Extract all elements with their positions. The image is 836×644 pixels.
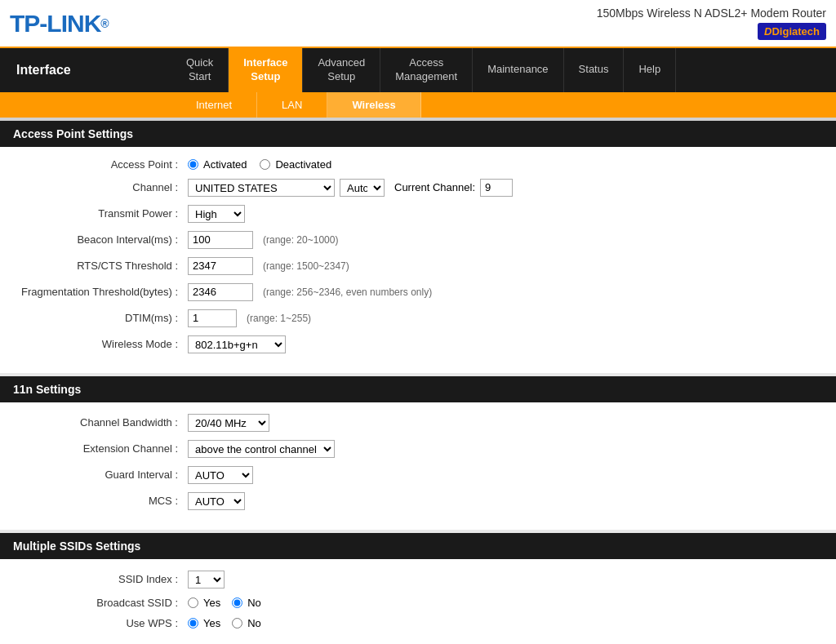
mcs-control: AUTO (188, 492, 245, 510)
frag-control: (range: 256~2346, even numbers only) (188, 283, 432, 301)
guard-interval-row: Guard Interval : AUTO (0, 466, 836, 484)
logo-text: TP-LINK (10, 10, 100, 38)
wireless-mode-row: Wireless Mode : 802.11b+g+n (0, 335, 836, 353)
activated-label[interactable]: Activated (188, 158, 247, 171)
sub-nav-wireless[interactable]: Wireless (327, 92, 420, 118)
beacon-interval-control: (range: 20~1000) (188, 231, 338, 249)
use-wps-row: Use WPS : Yes No (0, 617, 836, 629)
access-point-panel: Access Point : Activated Deactivated Cha… (0, 147, 836, 373)
rts-row: RTS/CTS Threshold : (range: 1500~2347) (0, 257, 836, 275)
mcs-row: MCS : AUTO (0, 492, 836, 510)
use-wps-label: Use WPS : (0, 617, 188, 629)
deactivated-radio[interactable] (260, 159, 270, 170)
sub-nav-internet[interactable]: Internet (171, 92, 257, 118)
broadcast-ssid-no-radio[interactable] (232, 597, 242, 608)
frag-input[interactable] (188, 283, 253, 301)
activated-radio[interactable] (188, 159, 198, 170)
use-wps-no-label[interactable]: No (232, 617, 261, 629)
11n-panel: Channel Bandwidth : 20/40 MHz Extension … (0, 402, 836, 530)
channel-label: Channel : (0, 181, 188, 193)
dtim-row: DTIM(ms) : (range: 1~255) (0, 309, 836, 327)
broadcast-ssid-yes-radio[interactable] (188, 597, 198, 608)
beacon-interval-input[interactable] (188, 231, 253, 249)
extension-channel-control: above the control channel (188, 440, 335, 458)
beacon-interval-label: Beacon Interval(ms) : (0, 233, 188, 246)
access-point-row: Access Point : Activated Deactivated (0, 158, 836, 171)
access-point-header: Access Point Settings (0, 121, 836, 147)
ssid-index-row: SSID Index : 1 (0, 571, 836, 588)
guard-interval-select[interactable]: AUTO (188, 466, 253, 484)
mcs-select[interactable]: AUTO (188, 492, 245, 510)
rts-label: RTS/CTS Threshold : (0, 260, 188, 272)
11n-header: 11n Settings (0, 376, 836, 402)
nav-item-interface-setup[interactable]: Interface Setup (229, 48, 303, 92)
broadcast-ssid-yes-label[interactable]: Yes (188, 597, 220, 609)
header: TP-LINK ® 150Mbps Wireless N ADSL2+ Mode… (0, 0, 836, 48)
multiple-ssids-section: Multiple SSIDs Settings SSID Index : 1 B… (0, 533, 836, 644)
guard-interval-label: Guard Interval : (0, 469, 188, 481)
transmit-power-select[interactable]: High (188, 205, 245, 223)
ssid-index-label: SSID Index : (0, 573, 188, 585)
dtim-hint: (range: 1~255) (247, 313, 311, 324)
use-wps-yes-radio[interactable] (188, 618, 198, 628)
nav-item-status[interactable]: Status (564, 48, 625, 92)
guard-interval-control: AUTO (188, 466, 253, 484)
tp-link-logo: TP-LINK ® (10, 10, 109, 38)
ssid-index-select[interactable]: 1 (188, 571, 225, 588)
digiatech-badge: DDigiatech (758, 23, 826, 40)
nav-interface-label: Interface (0, 48, 171, 92)
deactivated-label[interactable]: Deactivated (260, 158, 331, 171)
wireless-mode-control: 802.11b+g+n (188, 335, 286, 353)
broadcast-ssid-row: Broadcast SSID : Yes No (0, 597, 836, 609)
nav-item-help[interactable]: Help (624, 48, 676, 92)
use-wps-control: Yes No (188, 617, 261, 629)
nav-item-access-management[interactable]: Access Management (380, 48, 473, 92)
sub-nav-lan[interactable]: LAN (257, 92, 327, 118)
broadcast-ssid-label: Broadcast SSID : (0, 597, 188, 609)
current-channel-label: Current Channel: (394, 181, 475, 193)
dtim-control: (range: 1~255) (188, 309, 311, 327)
extension-channel-label: Extension Channel : (0, 442, 188, 455)
access-point-section: Access Point Settings Access Point : Act… (0, 121, 836, 373)
mcs-label: MCS : (0, 495, 188, 507)
wireless-mode-select[interactable]: 802.11b+g+n (188, 335, 286, 353)
channel-auto-select[interactable]: Auto (340, 179, 385, 197)
beacon-interval-hint: (range: 20~1000) (263, 234, 338, 246)
channel-bandwidth-control: 20/40 MHz (188, 414, 269, 432)
nav-item-maintenance[interactable]: Maintenance (473, 48, 563, 92)
channel-select[interactable]: UNITED STATES (188, 179, 335, 197)
logo-reg: ® (100, 17, 109, 30)
transmit-power-control: High (188, 205, 245, 223)
rts-input[interactable] (188, 257, 253, 275)
extension-channel-select[interactable]: above the control channel (188, 440, 335, 458)
channel-control: UNITED STATES Auto Current Channel: (188, 179, 513, 197)
channel-bandwidth-select[interactable]: 20/40 MHz (188, 414, 269, 432)
dtim-label: DTIM(ms) : (0, 312, 188, 324)
broadcast-ssid-no-label[interactable]: No (232, 597, 261, 609)
channel-bandwidth-label: Channel Bandwidth : (0, 416, 188, 429)
nav-item-advanced-setup[interactable]: Advanced Setup (303, 48, 380, 92)
ssid-index-control: 1 (188, 571, 225, 588)
11n-section: 11n Settings Channel Bandwidth : 20/40 M… (0, 376, 836, 530)
main-nav: Interface Quick Start Interface Setup Ad… (0, 48, 836, 92)
sub-nav: Internet LAN Wireless (0, 92, 836, 118)
transmit-power-label: Transmit Power : (0, 207, 188, 220)
use-wps-no-radio[interactable] (232, 618, 242, 628)
nav-items: Quick Start Interface Setup Advanced Set… (171, 48, 836, 92)
access-point-control: Activated Deactivated (188, 158, 331, 171)
multiple-ssids-panel: SSID Index : 1 Broadcast SSID : Yes (0, 559, 836, 644)
transmit-power-row: Transmit Power : High (0, 205, 836, 223)
content-area: Access Point Settings Access Point : Act… (0, 121, 836, 644)
broadcast-ssid-control: Yes No (188, 597, 261, 609)
nav-item-quick-start[interactable]: Quick Start (171, 48, 229, 92)
wireless-mode-label: Wireless Mode : (0, 338, 188, 350)
current-channel-input[interactable] (480, 179, 513, 197)
access-point-label: Access Point : (0, 158, 188, 171)
header-right: 150Mbps Wireless N ADSL2+ Modem Router D… (597, 7, 826, 40)
channel-bandwidth-row: Channel Bandwidth : 20/40 MHz (0, 414, 836, 432)
dtim-input[interactable] (188, 309, 237, 327)
beacon-interval-row: Beacon Interval(ms) : (range: 20~1000) (0, 231, 836, 249)
extension-channel-row: Extension Channel : above the control ch… (0, 440, 836, 458)
rts-hint: (range: 1500~2347) (263, 260, 349, 272)
use-wps-yes-label[interactable]: Yes (188, 617, 220, 629)
